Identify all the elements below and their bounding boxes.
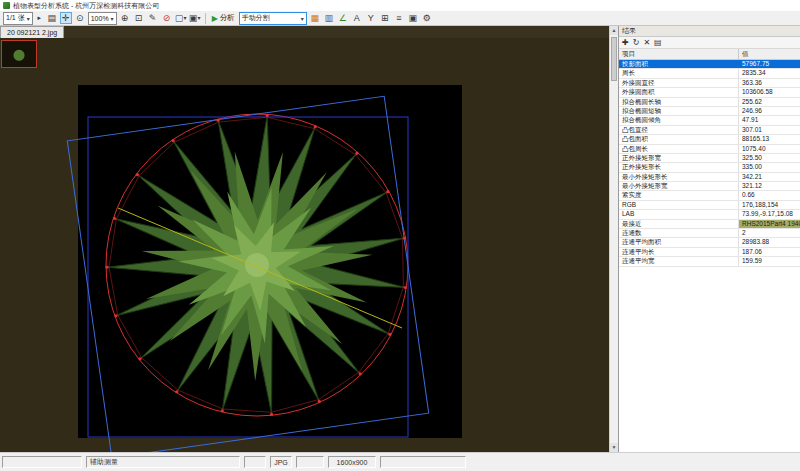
result-row[interactable]: 拟合椭圆长轴255.62 <box>619 98 800 107</box>
result-value: 2835.34 <box>739 69 800 77</box>
result-value: 246.96 <box>739 107 800 115</box>
shape-dropdown-1[interactable]: ▢▾ <box>175 12 187 24</box>
chevron-down-icon: ▾ <box>111 15 114 22</box>
scroll-up-icon[interactable]: ▲ <box>610 26 618 35</box>
settings-button[interactable]: ⚙ <box>421 12 433 24</box>
result-row[interactable]: 拟合椭圆倾角47.91 <box>619 116 800 125</box>
result-row[interactable]: 正外接矩形宽325.50 <box>619 154 800 163</box>
result-row[interactable]: 凸包直径307.01 <box>619 126 800 135</box>
shape-icon: ▣ <box>189 12 198 24</box>
status-measure-cell[interactable]: 辅助测量 <box>86 456 240 468</box>
result-label: 最小外接矩形长 <box>619 173 739 181</box>
result-label: RGB <box>619 201 739 209</box>
play-icon: ▶ <box>212 14 218 23</box>
result-label: 拟合椭圆倾角 <box>619 116 739 124</box>
result-row[interactable]: 周长2835.34 <box>619 69 800 78</box>
zoom-selector[interactable]: 100% ▾ <box>88 12 117 25</box>
canvas-vertical-scrollbar[interactable]: ▲ ▼ <box>609 26 618 452</box>
fit-view-button[interactable]: ⊡ <box>133 12 145 24</box>
shape-icon: ▢ <box>175 12 184 24</box>
chevron-down-icon: ▾ <box>197 12 200 24</box>
table-view-button[interactable]: ⊞ <box>379 12 391 24</box>
clear-result-icon[interactable]: ✕ <box>643 38 650 47</box>
status-cell-blank <box>2 456 82 468</box>
add-result-icon[interactable]: ✚ <box>622 38 629 47</box>
main-region: 20 092121 2.jpg ▲ ▼ 结果 ✚ ↻ ✕ ▤ 项目 值 投影面积… <box>0 26 800 452</box>
results-panel-title: 结果 <box>619 26 800 37</box>
result-row[interactable]: 紧实度0.66 <box>619 191 800 200</box>
refresh-result-icon[interactable]: ↻ <box>633 38 640 47</box>
navigator-thumbnail[interactable] <box>1 40 37 68</box>
result-value: 47.91 <box>739 116 800 124</box>
result-row[interactable]: 投影面积57967.75 <box>619 60 800 69</box>
scroll-down-icon[interactable]: ▼ <box>610 443 618 452</box>
move-tool-button[interactable]: ✛ <box>60 12 72 24</box>
image-export-button[interactable]: ▦ <box>309 12 321 24</box>
segmentation-mode-selector[interactable]: 手动分割 ▾ <box>239 12 307 25</box>
result-value: 363.36 <box>739 79 800 87</box>
list-view-button[interactable]: ≡ <box>393 12 405 24</box>
result-row[interactable]: 最小外接矩形宽321.12 <box>619 182 800 191</box>
result-value: 325.50 <box>739 154 800 162</box>
result-label: 最小外接矩形宽 <box>619 182 739 190</box>
result-row[interactable]: 最小外接矩形长342.21 <box>619 173 800 182</box>
result-label: 连通数 <box>619 229 739 237</box>
result-row[interactable]: 凸包周长1075.40 <box>619 145 800 154</box>
result-row[interactable]: 凸包面积88165.13 <box>619 135 800 144</box>
result-value: RHS2015Part4 194C Yellow <box>739 220 800 228</box>
result-label: 投影面积 <box>619 60 739 68</box>
result-label: LAB <box>619 210 739 218</box>
result-row[interactable]: 正外接矩形长335.00 <box>619 163 800 172</box>
image-canvas[interactable] <box>0 38 609 452</box>
scrollbar-thumb[interactable] <box>611 37 617 81</box>
zoom-selector-value: 100% <box>91 15 109 22</box>
panel-toggle-button[interactable]: ▣ <box>407 12 419 24</box>
scrollbar-track[interactable] <box>610 35 618 443</box>
result-row[interactable]: 外接圆直径363.36 <box>619 79 800 88</box>
analyze-button[interactable]: ▶ 分析 <box>210 13 237 23</box>
analyze-label: 分析 <box>220 13 235 23</box>
result-row[interactable]: RGB176,188,154 <box>619 201 800 210</box>
column-header-value: 值 <box>739 49 800 59</box>
result-row[interactable]: LAB73.99,-9.17,15.08 <box>619 210 800 219</box>
result-label: 正外接矩形长 <box>619 163 739 171</box>
result-row[interactable]: 连通平均长187.06 <box>619 248 800 257</box>
magnifier-icon[interactable]: ⊙ <box>74 12 86 24</box>
film-icon[interactable]: ▤ <box>46 12 58 24</box>
result-value: 342.21 <box>739 173 800 181</box>
window-title: 植物表型分析系统 - 杭州万深检测科技有限公司 <box>13 1 159 11</box>
result-value: 103606.58 <box>739 88 800 96</box>
image-tab-bar: 20 092121 2.jpg <box>0 26 609 38</box>
result-label: 凸包直径 <box>619 126 739 134</box>
result-row[interactable]: 连通平均面积28983.88 <box>619 238 800 247</box>
branch-tool-button[interactable]: Y <box>365 12 377 24</box>
result-label: 紧实度 <box>619 191 739 199</box>
result-row[interactable]: 连通平均宽159.59 <box>619 257 800 266</box>
label-tool-button[interactable]: A <box>351 12 363 24</box>
result-value: 57967.75 <box>739 60 800 68</box>
result-row[interactable]: 拟合椭圆短轴246.96 <box>619 107 800 116</box>
result-row[interactable]: 连通数2 <box>619 229 800 238</box>
result-value: 187.06 <box>739 248 800 256</box>
zoom-in-button[interactable]: ⊕ <box>119 12 131 24</box>
result-label: 连通平均面积 <box>619 238 739 246</box>
result-label: 连通平均长 <box>619 248 739 256</box>
result-value: 28983.88 <box>739 238 800 246</box>
page-selector[interactable]: 1/1 张 ▾ <box>3 12 33 25</box>
results-panel-empty-area <box>619 267 800 452</box>
status-bar: 辅助测量 JPG 1600x900 <box>0 452 800 471</box>
result-row[interactable]: 最接近RHS2015Part4 194C Yellow <box>619 220 800 229</box>
image-tab[interactable]: 20 092121 2.jpg <box>0 26 64 38</box>
status-cell-blank <box>296 456 324 468</box>
result-row[interactable]: 外接圆面积103606.58 <box>619 88 800 97</box>
report-export-button[interactable]: ▥ <box>323 12 335 24</box>
next-image-button[interactable]: ▸ <box>35 12 44 24</box>
chevron-down-icon: ▾ <box>27 15 30 22</box>
app-icon <box>3 2 10 9</box>
chart-button[interactable]: ∠ <box>337 12 349 24</box>
shape-dropdown-2[interactable]: ▣▾ <box>189 12 201 24</box>
edit-tool-button[interactable]: ✎ <box>147 12 159 24</box>
result-label: 外接圆面积 <box>619 88 739 96</box>
save-result-icon[interactable]: ▤ <box>654 38 662 47</box>
erase-tool-button[interactable]: ⊘ <box>161 12 173 24</box>
